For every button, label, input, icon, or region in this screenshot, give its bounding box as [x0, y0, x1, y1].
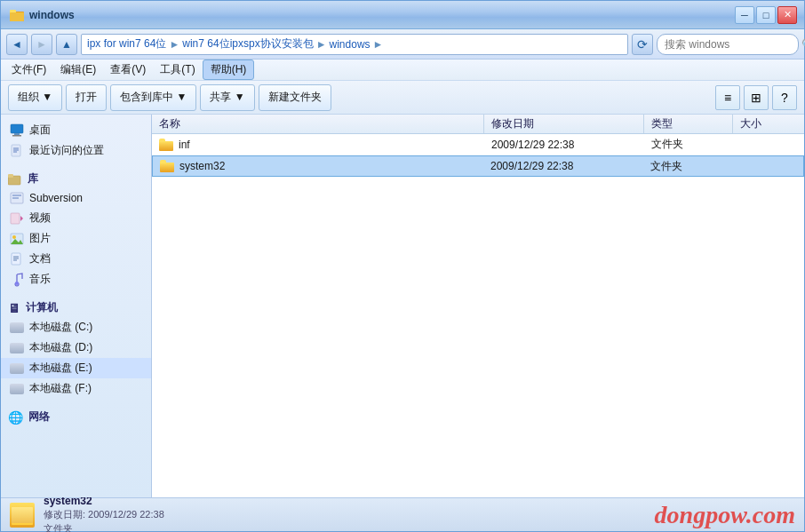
back-button[interactable]: ◄: [6, 34, 28, 55]
sidebar-drive-e-label: 本地磁盘 (E:): [29, 361, 92, 376]
sidebar-video-label: 视频: [29, 210, 51, 226]
video-icon: [10, 211, 24, 226]
file-cell-name: inf: [152, 139, 484, 151]
window-frame: windows ─ □ ✕ ◄ ► ▲ ipx for win7 64位 ► w…: [0, 0, 805, 532]
sidebar-item-drive-e[interactable]: 本地磁盘 (E:): [1, 358, 151, 378]
menu-bar: 文件(F) 编辑(E) 查看(V) 工具(T) 帮助(H): [1, 60, 804, 81]
maximize-button[interactable]: □: [756, 6, 776, 24]
file-cell-modified: 2009/12/29 22:38: [484, 139, 644, 151]
file-row[interactable]: inf 2009/12/29 22:38 文件夹: [152, 134, 804, 155]
music-icon: [10, 273, 24, 287]
search-box: 🔍: [657, 34, 799, 55]
forward-button[interactable]: ►: [31, 34, 52, 55]
breadcrumb-item-1[interactable]: win7 64位ipxspx协议安装包: [182, 36, 313, 52]
status-folder-icon: [10, 503, 35, 528]
svg-rect-15: [11, 213, 20, 224]
svg-rect-2: [10, 12, 24, 21]
refresh-button[interactable]: ⟳: [632, 34, 653, 55]
search-input[interactable]: [665, 38, 798, 51]
network-icon: 🌐: [8, 410, 23, 425]
library-icon: [8, 173, 22, 186]
sidebar-drive-d-label: 本地磁盘 (D:): [29, 340, 92, 355]
status-detail-text1: 修改日期: 2009/12/29 22:38: [44, 509, 164, 520]
menu-help[interactable]: 帮助(H): [203, 60, 255, 80]
title-bar-left: windows: [10, 8, 75, 22]
svg-rect-4: [14, 133, 20, 135]
breadcrumb-item-0[interactable]: ipx for win7 64位: [87, 36, 166, 52]
sidebar-item-desktop[interactable]: 桌面: [1, 120, 151, 140]
help-button[interactable]: ?: [772, 85, 797, 110]
sidebar-item-drive-c[interactable]: 本地磁盘 (C:): [1, 317, 151, 337]
sidebar-item-video[interactable]: 视频: [1, 208, 151, 228]
toolbar: 组织 ▼ 打开 包含到库中 ▼ 共享 ▼ 新建文件夹 ≡ ⊞ ?: [1, 81, 804, 115]
title-buttons: ─ □ ✕: [735, 6, 797, 24]
address-bar: ◄ ► ▲ ipx for win7 64位 ► win7 64位ipxspx协…: [1, 29, 804, 60]
sidebar-pictures-label: 图片: [29, 231, 51, 246]
pictures-icon: [10, 232, 24, 246]
up-button[interactable]: ▲: [56, 34, 77, 55]
view-tiles-button[interactable]: ⊞: [744, 85, 769, 110]
sidebar-item-drive-f[interactable]: 本地磁盘 (F:): [1, 378, 151, 399]
include-library-button[interactable]: 包含到库中 ▼: [110, 84, 196, 111]
menu-tools[interactable]: 工具(T): [153, 60, 202, 79]
sidebar-item-docs[interactable]: 文档: [1, 249, 151, 269]
sidebar-item-subversion[interactable]: Subversion: [1, 188, 151, 208]
close-button[interactable]: ✕: [777, 6, 797, 24]
file-cell-type: 文件夹: [643, 159, 732, 174]
share-button[interactable]: 共享 ▼: [200, 84, 254, 111]
svg-rect-25: [12, 510, 33, 525]
menu-edit[interactable]: 编辑(E): [53, 60, 103, 79]
breadcrumb-item-2[interactable]: windows: [330, 38, 371, 51]
organize-button[interactable]: 组织 ▼: [8, 84, 62, 111]
status-bar: system32 修改日期: 2009/12/29 22:38 文件夹 dong…: [1, 497, 804, 531]
sidebar-item-music[interactable]: 音乐: [1, 269, 151, 290]
svg-point-18: [12, 235, 16, 239]
file-row[interactable]: system32 2009/12/29 22:38 文件夹: [152, 155, 804, 177]
watermark: dongpow.com: [655, 501, 795, 529]
sidebar-drive-f-label: 本地磁盘 (F:): [29, 381, 92, 396]
folder-icon: [160, 160, 174, 172]
toolbar-right: ≡ ⊞ ?: [715, 85, 797, 110]
sidebar-drive-c-label: 本地磁盘 (C:): [29, 320, 92, 335]
col-header-name[interactable]: 名称: [152, 115, 484, 133]
view-details-button[interactable]: ≡: [715, 85, 740, 110]
menu-view[interactable]: 查看(V): [103, 60, 153, 79]
sidebar-item-recent[interactable]: 最近访问的位置: [1, 140, 151, 161]
svg-point-24: [15, 282, 19, 285]
sidebar-group-computer: 🖥 计算机: [1, 295, 151, 317]
new-folder-button[interactable]: 新建文件夹: [259, 84, 331, 111]
minimize-button[interactable]: ─: [735, 6, 754, 24]
file-list-area: 名称 修改日期 类型 大小 inf 2009/12/29 22:38 文件夹 s…: [152, 115, 804, 497]
open-button[interactable]: 打开: [66, 84, 107, 111]
file-cell-type: 文件夹: [644, 137, 733, 152]
sidebar-music-label: 音乐: [29, 272, 51, 287]
file-list-header: 名称 修改日期 类型 大小: [152, 115, 804, 134]
svg-rect-26: [12, 507, 21, 512]
file-cell-modified: 2009/12/29 22:38: [483, 160, 643, 172]
file-cell-name: system32: [153, 160, 483, 172]
drive-f-icon: [10, 384, 24, 394]
sidebar-recent-label: 最近访问的位置: [29, 143, 104, 158]
window-title: windows: [29, 9, 75, 21]
computer-icon: 🖥: [8, 301, 20, 315]
col-header-size[interactable]: 大小: [733, 115, 804, 133]
sidebar-group-library: 库: [1, 166, 151, 188]
status-detail-line2: 文件夹: [44, 522, 164, 533]
svg-rect-5: [12, 135, 21, 137]
svg-rect-27: [12, 511, 33, 525]
subversion-icon: [10, 191, 24, 205]
col-header-modified[interactable]: 修改日期: [484, 115, 644, 133]
window-icon: [10, 8, 24, 22]
sidebar-group-network: 🌐 网络: [1, 404, 151, 426]
main-content: 桌面 最近访问的位置 库: [1, 115, 804, 497]
recent-icon: [10, 144, 24, 158]
menu-file[interactable]: 文件(F): [4, 60, 53, 79]
sidebar-subversion-label: Subversion: [29, 192, 83, 204]
svg-rect-3: [11, 124, 23, 133]
desktop-icon: [10, 123, 24, 138]
sidebar-docs-label: 文档: [29, 251, 51, 266]
sidebar-item-drive-d[interactable]: 本地磁盘 (D:): [1, 337, 151, 358]
svg-rect-11: [8, 174, 13, 178]
col-header-type[interactable]: 类型: [644, 115, 733, 133]
sidebar-item-pictures[interactable]: 图片: [1, 228, 151, 249]
